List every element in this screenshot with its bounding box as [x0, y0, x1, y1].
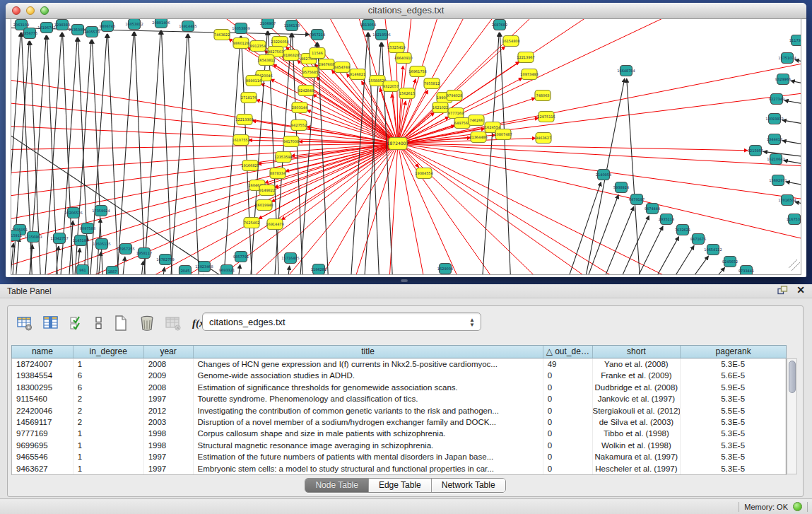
- column-checklist-button[interactable]: [68, 314, 86, 332]
- table-cell[interactable]: 5.5E-5: [681, 405, 786, 416]
- table-cell[interactable]: Embryonic stem cells: a model to study s…: [194, 463, 543, 474]
- table-settings-button[interactable]: [16, 314, 34, 332]
- table-cell[interactable]: 1: [73, 440, 144, 451]
- graph-edge[interactable]: [650, 245, 694, 274]
- table-cell[interactable]: 5.3E-5: [681, 463, 786, 474]
- table-cell[interactable]: 1: [73, 463, 144, 474]
- table-cell[interactable]: Dudbridge et al. (2008): [593, 382, 681, 393]
- table-row[interactable]: 946554611997Estimation of the future num…: [12, 451, 786, 462]
- table-cell[interactable]: de Silva et al. (2003): [593, 416, 681, 428]
- table-cell[interactable]: 49: [543, 358, 593, 370]
- graph-edge[interactable]: [221, 36, 240, 274]
- table-row[interactable]: 1872400712008Changes of HCN gene express…: [12, 358, 786, 370]
- graph-edge[interactable]: [500, 33, 512, 274]
- graph-edge[interactable]: [137, 261, 143, 274]
- table-cell[interactable]: 0: [543, 416, 593, 428]
- graph-edge[interactable]: [682, 267, 725, 274]
- table-cell[interactable]: 1: [73, 428, 144, 439]
- table-cell[interactable]: 9699695: [12, 440, 73, 451]
- table-cell[interactable]: 18724007: [12, 358, 73, 370]
- table-row[interactable]: 977716911998Corpus callosum shape and si…: [12, 428, 786, 439]
- table-cell[interactable]: 5.3E-5: [681, 416, 786, 428]
- table-cell[interactable]: 0: [543, 440, 593, 451]
- graph-edge[interactable]: [141, 30, 160, 274]
- table-cell[interactable]: 0: [543, 405, 593, 416]
- network-view-window[interactable]: citations_edges.txt 74638229860128891235…: [6, 3, 806, 277]
- table-cell[interactable]: 2003: [144, 416, 194, 428]
- table-row[interactable]: 969969511998Structural magnetic resonanc…: [12, 440, 786, 451]
- scrollbar-thumb[interactable]: [789, 361, 796, 393]
- graph-edge[interactable]: [635, 237, 679, 274]
- table-cell[interactable]: Investigating the contribution of common…: [194, 405, 543, 416]
- row-pair-button[interactable]: [94, 314, 104, 332]
- graph-edge[interactable]: [480, 33, 499, 274]
- column-header-year[interactable]: year: [144, 346, 194, 358]
- column-visibility-button[interactable]: [42, 314, 60, 332]
- table-row[interactable]: 1938455462009Genome-wide association stu…: [12, 370, 786, 381]
- column-header-out_de[interactable]: △ out_de…: [543, 346, 593, 358]
- table-cell[interactable]: Structural magnetic resonance image aver…: [194, 440, 543, 451]
- split-pane-handle[interactable]: [401, 279, 408, 282]
- table-cell[interactable]: 5.3E-5: [681, 393, 786, 404]
- table-cell[interactable]: 22420046: [12, 405, 73, 416]
- graph-edge[interactable]: [398, 144, 485, 274]
- table-cell[interactable]: 0: [543, 382, 593, 393]
- graph-edge[interactable]: [791, 81, 801, 88]
- table-cell[interactable]: Stergiakouli et al. (2012): [593, 405, 681, 416]
- table-cell[interactable]: 0: [543, 370, 593, 381]
- table-cell[interactable]: 5.3E-5: [681, 451, 786, 462]
- table-cell[interactable]: 2: [73, 393, 144, 404]
- table-cell[interactable]: 9777169: [12, 428, 73, 439]
- table-cell[interactable]: Tibbo et al. (1998): [593, 428, 681, 439]
- network-canvas[interactable]: 7463822986012889123542322605898275031654…: [11, 19, 801, 274]
- graph-edge[interactable]: [248, 31, 267, 274]
- column-header-title[interactable]: title: [194, 346, 543, 358]
- table-cell[interactable]: 2009: [144, 370, 194, 381]
- table-row[interactable]: 1456911722003Disruption of a novel membe…: [12, 416, 786, 428]
- table-row[interactable]: 2242004622012Investigating the contribut…: [12, 405, 786, 416]
- graph-edge[interactable]: [573, 194, 618, 274]
- graph-edge[interactable]: [782, 120, 801, 127]
- table-cell[interactable]: Jankovic et al. (1997): [593, 393, 681, 404]
- table-cell[interactable]: 1: [73, 451, 144, 462]
- table-cell[interactable]: 5.3E-5: [681, 428, 786, 439]
- table-cell[interactable]: 1997: [144, 393, 194, 404]
- table-cell[interactable]: 5.9E-5: [681, 382, 786, 393]
- column-header-pagerank[interactable]: pagerank: [681, 346, 786, 358]
- graph-edge[interactable]: [114, 32, 134, 274]
- graph-edge[interactable]: [188, 34, 201, 274]
- graph-edge[interactable]: [168, 34, 187, 274]
- graph-edge[interactable]: [13, 238, 19, 274]
- table-cell[interactable]: 5.3E-5: [681, 440, 786, 451]
- graph-edge[interactable]: [618, 226, 663, 274]
- table-cell[interactable]: Estimation of significance thresholds fo…: [194, 382, 543, 393]
- table-cell[interactable]: Yano et al. (2008): [593, 358, 681, 370]
- tab-network-table[interactable]: Network Table: [432, 479, 505, 492]
- close-panel-icon[interactable]: ✕: [796, 286, 805, 295]
- graph-edge[interactable]: [398, 144, 760, 274]
- table-cell[interactable]: 2008: [144, 382, 194, 393]
- table-cell[interactable]: 2008: [144, 358, 194, 370]
- graph-edge[interactable]: [784, 100, 801, 107]
- table-cell[interactable]: Changes of HCN gene expression and I(f) …: [194, 358, 543, 370]
- table-cell[interactable]: 18300295: [12, 382, 73, 393]
- table-cell[interactable]: Franke et al. (2009): [593, 370, 681, 381]
- table-cell[interactable]: 9465546: [12, 451, 73, 462]
- table-row[interactable]: 946362711997Embryonic stem cells: a mode…: [12, 463, 786, 474]
- table-cell[interactable]: 6: [73, 382, 144, 393]
- graph-edge[interactable]: [782, 141, 801, 148]
- graph-edge[interactable]: [107, 34, 120, 274]
- graph-edge[interactable]: [119, 257, 125, 274]
- table-cell[interactable]: Tourette syndrome. Phenomenology and cla…: [194, 393, 543, 404]
- delete-column-button[interactable]: [138, 314, 156, 332]
- table-cell[interactable]: 1998: [144, 428, 194, 439]
- graph-edge[interactable]: [158, 267, 165, 274]
- graph-edge[interactable]: [795, 59, 801, 66]
- graph-edge[interactable]: [283, 266, 290, 274]
- table-cell[interactable]: 6: [73, 370, 144, 381]
- table-cell[interactable]: 19384554: [12, 370, 73, 381]
- table-vertical-scrollbar[interactable]: [787, 358, 797, 474]
- new-column-button[interactable]: [112, 314, 130, 332]
- column-header-name[interactable]: name: [12, 346, 73, 358]
- table-cell[interactable]: 9115460: [12, 393, 73, 404]
